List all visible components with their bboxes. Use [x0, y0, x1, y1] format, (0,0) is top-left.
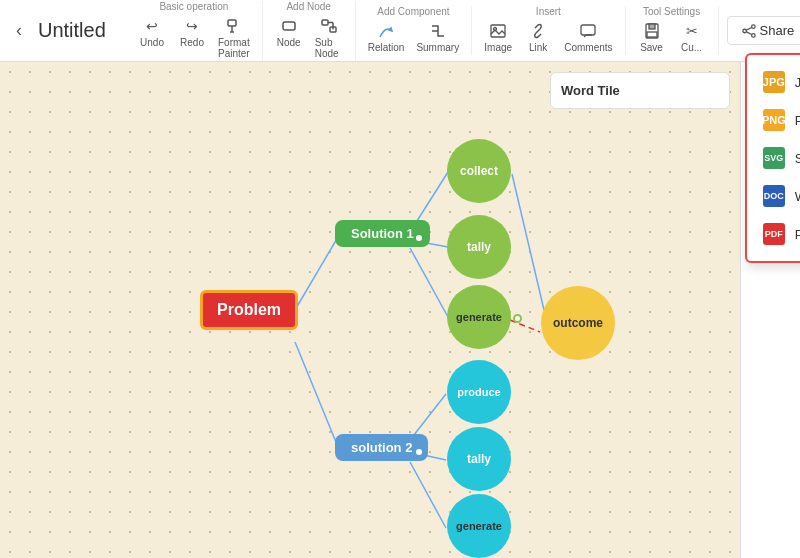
relation-button[interactable]: Relation [364, 19, 409, 55]
save-icon [642, 21, 662, 41]
subnode-icon [319, 16, 339, 36]
generate1-connector [513, 314, 522, 323]
word-tile-panel: Word Tile [550, 72, 730, 109]
png-icon: PNG [763, 109, 785, 131]
svg-line-21 [746, 31, 751, 34]
link-button[interactable]: Link [520, 19, 556, 55]
solution2-node[interactable]: solution 2 [335, 434, 428, 461]
svg-rect-0 [228, 20, 236, 26]
generate2-node[interactable]: generate [447, 494, 511, 558]
svg-rect-4 [322, 20, 328, 25]
share-button[interactable]: Share [727, 16, 800, 45]
generate1-node[interactable]: generate [447, 285, 511, 349]
word-label: Word file [795, 189, 800, 204]
jpg-label: JPG image [795, 75, 800, 90]
png-label: PNG image [795, 113, 800, 128]
svg-label: SVG file [795, 151, 800, 166]
cut-button[interactable]: ✂ Cu... [674, 19, 710, 55]
jpg-icon: JPG [763, 71, 785, 93]
topbar: ‹ Untitled Basic operation ↩ Undo ↪ Redo [0, 0, 800, 62]
export-jpg-item[interactable]: JPG JPG image [747, 63, 800, 101]
mind-map-canvas[interactable]: Problem Solution 1 solution 2 collect ta… [0, 62, 740, 558]
toolbar-group-insert: Insert Image [480, 6, 625, 55]
toolbar-group-addnode: Add Node Node [271, 1, 356, 61]
format-painter-button[interactable]: Format Painter [214, 14, 254, 61]
svg-point-19 [751, 33, 755, 37]
relation-icon [376, 21, 396, 41]
solution1-connector [414, 233, 424, 243]
undo-icon: ↩ [142, 16, 162, 36]
pdf-label: PDF file [795, 227, 800, 242]
node-button[interactable]: Node [271, 14, 307, 61]
svg-point-18 [742, 29, 746, 33]
toolbar-group-component: Add Component Relation Sum [364, 6, 473, 55]
svg-rect-16 [647, 32, 657, 37]
tally2-node[interactable]: tally [447, 427, 511, 491]
svg-line-31 [410, 462, 446, 528]
group-label-tools: Tool Settings [643, 6, 700, 17]
redo-button[interactable]: ↪ Redo [174, 14, 210, 61]
outcome-node[interactable]: outcome [541, 286, 615, 360]
svg-line-12 [536, 29, 540, 33]
svg-line-28 [410, 248, 448, 317]
back-button[interactable]: ‹ [8, 16, 30, 45]
redo-icon: ↪ [182, 16, 202, 36]
svg-rect-13 [581, 25, 595, 35]
cut-icon: ✂ [682, 21, 702, 41]
main-area: Problem Solution 1 solution 2 collect ta… [0, 62, 800, 558]
share-icon [742, 24, 756, 38]
connection-lines [0, 62, 740, 558]
image-button[interactable]: Image [480, 19, 516, 55]
app-title: Untitled [38, 19, 118, 42]
format-painter-icon [224, 16, 244, 36]
export-dropdown: JPG JPG image PNG PNG image SVG SVG file… [745, 53, 800, 263]
pdf-icon: PDF [763, 223, 785, 245]
share-label: Share [760, 23, 795, 38]
svg-line-20 [746, 27, 751, 30]
export-word-item[interactable]: DOC Word file [747, 177, 800, 215]
image-icon [488, 21, 508, 41]
svg-icon: SVG [763, 147, 785, 169]
group-label-addnode: Add Node [286, 1, 330, 12]
toolbar-group-tools: Tool Settings Save ✂ Cu... [634, 6, 719, 55]
toolbar-group-basic: Basic operation ↩ Undo ↪ Redo Format Pai… [134, 1, 263, 61]
group-label-insert: Insert [536, 6, 561, 17]
collect-node[interactable]: collect [447, 139, 511, 203]
produce-node[interactable]: produce [447, 360, 511, 424]
node-icon [279, 16, 299, 36]
svg-point-17 [751, 24, 755, 28]
svg-marker-8 [389, 28, 392, 31]
solution2-connector [414, 447, 424, 457]
svg-line-24 [295, 237, 338, 310]
comments-icon [578, 21, 598, 41]
svg-line-33 [512, 174, 544, 310]
export-png-item[interactable]: PNG PNG image [747, 101, 800, 139]
svg-rect-3 [283, 22, 295, 30]
word-icon: DOC [763, 185, 785, 207]
subnode-button[interactable]: Sub Node [311, 14, 347, 61]
link-icon [528, 21, 548, 41]
group-label-component: Add Component [377, 6, 449, 17]
group-label-basic: Basic operation [159, 1, 228, 12]
summary-icon [428, 21, 448, 41]
undo-button[interactable]: ↩ Undo [134, 14, 170, 61]
export-pdf-item[interactable]: PDF PDF file [747, 215, 800, 253]
export-svg-item[interactable]: SVG SVG file [747, 139, 800, 177]
word-tile-title: Word Tile [561, 83, 620, 98]
summary-button[interactable]: Summary [412, 19, 463, 55]
right-actions: Share Export JPG JPG image PNG PNG image… [727, 15, 800, 46]
save-button[interactable]: Save [634, 19, 670, 55]
tally1-node[interactable]: tally [447, 215, 511, 279]
svg-rect-15 [649, 24, 655, 29]
svg-line-25 [295, 342, 338, 447]
comments-button[interactable]: Comments [560, 19, 616, 55]
problem-node[interactable]: Problem [200, 290, 298, 330]
